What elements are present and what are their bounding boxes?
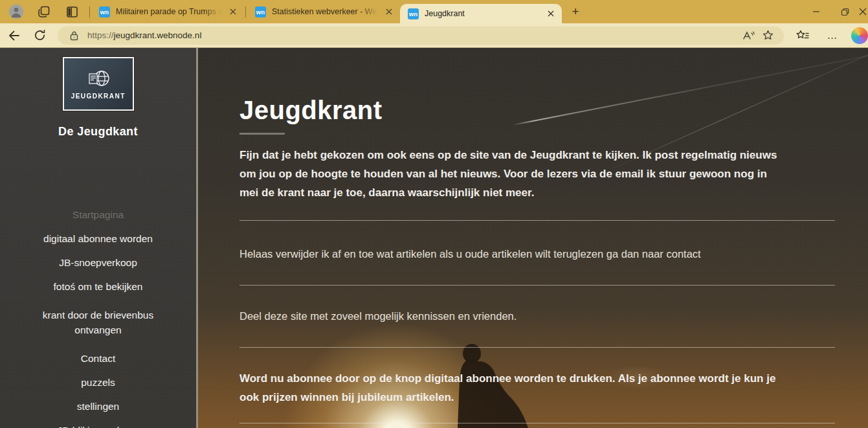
tab-bar: wn Militairen parade op Trumps verja wn …	[0, 0, 868, 23]
tab-title: Militairen parade op Trumps verja	[116, 7, 223, 16]
copilot-icon[interactable]	[851, 27, 868, 44]
page-title: Jeugdkrant	[239, 96, 835, 124]
url-scheme: https://	[87, 30, 114, 40]
title-underline	[239, 133, 285, 135]
favorite-star-icon[interactable]	[758, 27, 777, 44]
tab-close-icon[interactable]	[545, 8, 557, 19]
divider	[239, 220, 835, 221]
webpage: JEUGDKRANT De Jeugdkant Startpagina digi…	[0, 48, 868, 428]
article: Jeugdkrant Fijn dat je hebt gekozen om o…	[198, 48, 868, 423]
divider	[239, 423, 835, 423]
read-aloud-icon[interactable]	[739, 27, 758, 44]
nav-item-fotos[interactable]: fotoś om te bekijken	[0, 275, 196, 298]
minimize-button[interactable]	[802, 1, 830, 22]
tab-jeugdkrant-active[interactable]: wn Jeugdkrant	[400, 4, 562, 23]
close-button[interactable]	[859, 1, 868, 22]
nav-item-stellingen[interactable]: stellingen	[0, 394, 196, 418]
profile-avatar-icon	[9, 5, 23, 19]
nav-item-contact[interactable]: Contact	[0, 346, 196, 370]
tab-separator	[245, 6, 246, 17]
url-host: jeugdkrant.webnode.nl	[114, 30, 202, 40]
paragraph-artikelen: Helaas verwijder ik af en toe wat artike…	[239, 245, 782, 264]
divider	[239, 347, 835, 348]
site-logo[interactable]: JEUGDKRANT	[63, 57, 134, 111]
refresh-button[interactable]	[30, 26, 50, 45]
site-sidebar: JEUGDKRANT De Jeugdkant Startpagina digi…	[0, 48, 196, 428]
intro-paragraph: Fijn dat je hebt gekozen om ook eens op …	[239, 146, 782, 202]
webnode-favicon: wn	[255, 6, 266, 17]
dots-glyph: …	[827, 30, 838, 41]
nav-item-jb-snoepverkoop[interactable]: JB-snoepverkoop	[0, 251, 196, 275]
tab-statistieken[interactable]: wn Statistieken webverkeer - Webnod	[247, 0, 400, 23]
nav-item-digitaal-abonnee[interactable]: digitaal abonnee worden	[0, 227, 196, 251]
tab-close-icon[interactable]	[227, 6, 239, 17]
webnode-favicon: wn	[408, 8, 419, 19]
new-tab-button[interactable]: +	[566, 3, 585, 21]
main-content-area: Jeugdkrant Fijn dat je hebt gekozen om o…	[198, 48, 868, 428]
profile-button[interactable]	[5, 3, 27, 21]
logo-text: JEUGDKRANT	[71, 92, 125, 100]
settings-menu-icon[interactable]: …	[823, 27, 842, 44]
toolbar-right: …	[784, 27, 868, 44]
nav-item-puzzels[interactable]: puzzels	[0, 370, 196, 394]
address-bar[interactable]: https://jeugdkrant.webnode.nl	[58, 27, 784, 45]
browser-toolbar: https://jeugdkrant.webnode.nl …	[0, 23, 868, 48]
paragraph-deel-site: Deel deze site met zoveel mogelijk kenni…	[239, 307, 782, 326]
nav-item-krant-brievenbus[interactable]: krant door de brievenbus ontvangen	[0, 298, 196, 346]
nav-item-jb-blikjes[interactable]: JB-blikjes verkoop	[0, 418, 196, 428]
window-controls	[802, 0, 868, 23]
site-nav: Startpagina digitaal abonnee worden JB-s…	[0, 203, 196, 428]
globe-newspaper-icon	[85, 69, 112, 89]
lock-icon[interactable]	[67, 27, 81, 44]
tab-separator	[89, 6, 90, 17]
webnode-favicon: wn	[99, 6, 110, 17]
back-button[interactable]	[4, 26, 25, 45]
nav-item-startpagina[interactable]: Startpagina	[0, 203, 196, 227]
browser-window: wn Militairen parade op Trumps verja wn …	[0, 0, 868, 428]
url-text[interactable]: https://jeugdkrant.webnode.nl	[87, 30, 739, 40]
tab-close-icon[interactable]	[383, 6, 395, 17]
tab-title: Jeugdkrant	[425, 9, 541, 18]
tab-militairen[interactable]: wn Militairen parade op Trumps verja	[91, 0, 244, 23]
split-screen-icon[interactable]	[61, 3, 83, 21]
favorites-collections-icon[interactable]	[793, 27, 812, 44]
tab-actions-icon[interactable]	[33, 3, 55, 21]
divider	[239, 285, 835, 286]
tab-title: Statistieken webverkeer - Webnod	[272, 7, 379, 16]
paragraph-abonnee: Word nu abonnee door op de knop digitaal…	[239, 369, 782, 407]
site-title: De Jeugdkant	[0, 125, 196, 139]
restore-button[interactable]	[830, 1, 859, 22]
